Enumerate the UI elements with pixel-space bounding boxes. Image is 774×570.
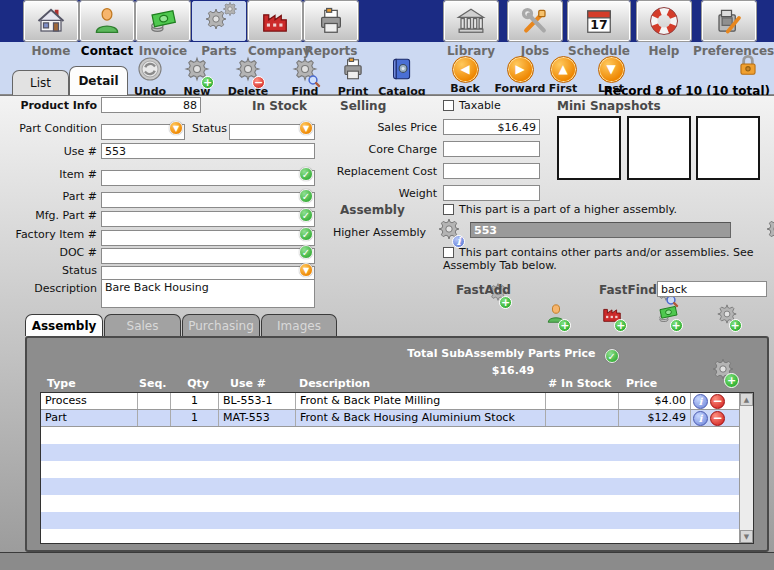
toolbar-item-jobs[interactable]: Jobs — [508, 0, 562, 58]
toolbar-item-contact[interactable]: Contact — [80, 0, 134, 58]
status-dropdown-icon[interactable] — [299, 263, 313, 277]
doc-check-icon[interactable] — [299, 245, 313, 259]
tab-detail[interactable]: Detail — [69, 66, 128, 96]
fastadd-contact-button[interactable] — [545, 303, 567, 329]
status-label: Status — [0, 264, 97, 277]
contains-parts-checkbox[interactable] — [443, 247, 454, 258]
status-inline-field-wrap — [229, 120, 315, 136]
toolbar-item-reports[interactable]: Reports — [304, 0, 358, 58]
toolbar-item-parts[interactable]: Parts — [192, 0, 246, 58]
tab-assembly[interactable]: Assembly — [25, 314, 103, 336]
sales-price-field[interactable] — [443, 119, 540, 135]
part-number-label: Part # — [0, 190, 97, 203]
home-icon — [36, 6, 66, 36]
toolbar-item-library[interactable]: Library — [444, 0, 498, 58]
replacement-cost-field[interactable] — [443, 163, 540, 179]
total-subassembly-value: $16.49 — [363, 364, 663, 377]
tab-sales[interactable]: Sales — [104, 314, 181, 336]
fastadd-invoice-button[interactable] — [657, 303, 679, 329]
cell-price: $4.00 — [619, 393, 691, 409]
row-info-button[interactable] — [693, 411, 708, 426]
tab-list[interactable]: List — [12, 70, 69, 96]
scroll-down-icon[interactable] — [740, 530, 753, 543]
toolbar-item-help[interactable]: Help — [637, 0, 691, 58]
description-field[interactable] — [101, 279, 315, 308]
part-condition-dropdown-icon[interactable] — [169, 121, 183, 135]
product-info-field[interactable] — [101, 97, 201, 113]
row-delete-button[interactable] — [710, 394, 725, 409]
plus-badge-icon — [201, 76, 214, 89]
add-subassembly-row-button[interactable] — [711, 357, 735, 385]
total-check-icon[interactable] — [605, 349, 619, 363]
higher-assembly-checkbox-row[interactable]: This part is a part of a higher assembly… — [443, 203, 677, 216]
subassembly-table: Process 1 BL-553-1 Front & Back Plate Mi… — [40, 392, 754, 544]
new-button[interactable]: New — [171, 56, 223, 98]
snapshot-box-1[interactable] — [557, 116, 621, 180]
taxable-checkbox[interactable] — [443, 100, 454, 111]
bottom-strip — [0, 552, 774, 570]
contact-icon — [92, 6, 122, 36]
status-inline-dropdown-icon[interactable] — [299, 121, 313, 135]
taxable-checkbox-row[interactable]: Taxable — [443, 99, 501, 112]
catalog-button[interactable]: Catalog — [376, 56, 428, 98]
cell-type: Part — [41, 410, 138, 426]
back-button[interactable]: Back — [435, 56, 495, 95]
fastadd-company-button[interactable] — [601, 303, 623, 329]
empty-row — [41, 478, 753, 495]
preferences-icon — [714, 6, 744, 36]
part-number-field[interactable] — [101, 192, 315, 208]
col-header-use: Use # — [230, 377, 266, 390]
tab-purchasing[interactable]: Purchasing — [182, 314, 260, 336]
print-button[interactable]: Print — [327, 56, 379, 98]
lock-icon[interactable] — [735, 52, 761, 78]
col-header-price: Price — [626, 377, 657, 390]
toolbar-item-company[interactable]: Company — [248, 0, 302, 58]
table-row[interactable]: Process 1 BL-553-1 Front & Back Plate Mi… — [41, 393, 753, 410]
higher-assembly-checkbox[interactable] — [443, 204, 454, 215]
use-number-field[interactable] — [101, 143, 315, 159]
item-check-icon[interactable] — [299, 167, 313, 181]
assembly-section-label: Assembly — [340, 203, 405, 217]
use-number-label: Use # — [0, 145, 97, 158]
delete-button[interactable]: − Delete — [222, 56, 274, 98]
higher-assembly-info-button[interactable] — [437, 217, 461, 245]
row-delete-button[interactable] — [710, 411, 725, 426]
parts-active-slot — [192, 1, 246, 41]
selling-section-label: Selling — [340, 99, 386, 113]
snapshot-box-3[interactable] — [696, 116, 760, 180]
snapshot-box-2[interactable] — [627, 116, 691, 180]
row-info-button[interactable] — [693, 394, 708, 409]
higher-assembly-go-button[interactable] — [765, 217, 774, 245]
total-block: Total SubAssembly Parts Price $16.49 — [363, 342, 663, 377]
table-row[interactable]: Part 1 MAT-553 Front & Back Housing Alum… — [41, 410, 753, 427]
contains-parts-checkbox-row[interactable]: This part contains other parts and/or as… — [443, 246, 758, 272]
weight-field[interactable] — [443, 185, 540, 201]
mfg-part-check-icon[interactable] — [299, 208, 313, 222]
toolbar-item-home[interactable]: Home — [24, 0, 78, 58]
factory-item-check-icon[interactable] — [299, 227, 313, 241]
cell-qty: 1 — [171, 410, 219, 426]
toolbar-item-schedule[interactable]: Schedule — [568, 0, 630, 58]
sales-price-label: Sales Price — [327, 121, 437, 134]
first-arrow-icon — [550, 56, 577, 83]
undo-button[interactable]: Undo — [124, 56, 176, 98]
toolbar-item-invoice[interactable]: Invoice — [136, 0, 190, 58]
find-button[interactable]: Find — [279, 56, 331, 98]
back-arrow-icon — [452, 56, 479, 83]
scroll-up-icon[interactable] — [740, 393, 753, 406]
part-check-icon[interactable] — [299, 189, 313, 203]
item-number-field[interactable] — [101, 170, 315, 186]
tab-images[interactable]: Images — [261, 314, 337, 336]
mfg-part-field[interactable] — [101, 211, 315, 227]
doc-number-field-wrap — [101, 244, 315, 260]
fastadd-part-button[interactable] — [716, 303, 738, 329]
toolbar-item-preferences[interactable]: Preferences — [693, 0, 765, 58]
cell-description: Front & Back Plate Milling — [296, 393, 546, 409]
item-number-label: Item # — [0, 168, 97, 181]
mfg-part-field-wrap — [101, 207, 315, 223]
table-scrollbar[interactable] — [739, 393, 753, 543]
core-charge-field[interactable] — [443, 141, 540, 157]
fastfind-input[interactable] — [657, 281, 767, 297]
empty-row — [41, 427, 753, 444]
higher-assembly-field[interactable] — [470, 222, 731, 238]
